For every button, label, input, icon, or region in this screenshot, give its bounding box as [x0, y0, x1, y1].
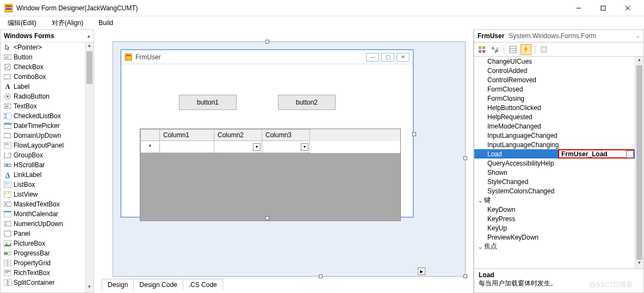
toolbox-item-label[interactable]: ALabel — [1, 82, 85, 91]
scroll-up-icon[interactable]: ▴ — [85, 42, 94, 51]
scroll-thumb[interactable] — [636, 65, 642, 260]
toolbox-item-linklabel[interactable]: ALinkLabel — [1, 170, 85, 180]
event-group-key[interactable]: ⌄键 — [474, 196, 643, 205]
close-button[interactable] — [615, 1, 640, 16]
grid-col1[interactable]: Column1 — [160, 129, 214, 141]
event-row[interactable]: SystemColorsChanged — [474, 186, 643, 196]
event-row[interactable]: FormClosing — [474, 94, 643, 103]
chevron-down-icon[interactable]: ▾ — [626, 150, 634, 158]
event-row[interactable]: FormClosed — [474, 84, 643, 94]
tab-cs-code[interactable]: .CS Code — [183, 279, 223, 291]
toolbox-item-propertygrid[interactable]: PropertyGrid — [1, 258, 85, 268]
minimize-button[interactable] — [566, 1, 591, 16]
event-row[interactable]: ControlAdded — [474, 66, 643, 75]
categorized-icon[interactable] — [476, 44, 487, 55]
canvas-resize-handle[interactable] — [463, 156, 467, 160]
toolbox-item-listbox[interactable]: ListBox — [1, 180, 85, 190]
chevron-up-icon[interactable]: ▴ — [88, 33, 90, 39]
scroll-thumb[interactable] — [86, 51, 92, 84]
toolbox-scrollbar[interactable]: ▴ ▾ — [85, 42, 94, 292]
tab-design-code[interactable]: Design Code — [133, 279, 183, 291]
resize-handle[interactable] — [412, 132, 416, 136]
chevron-down-icon[interactable]: ▾ — [253, 143, 261, 151]
property-pages-icon[interactable] — [538, 44, 549, 55]
toolbox-item-listview[interactable]: ListView — [1, 190, 85, 199]
alphabetical-icon[interactable]: AZ — [490, 44, 500, 55]
grid-corner[interactable] — [140, 129, 160, 141]
toolbox-item-combobox[interactable]: ComboBox — [1, 72, 85, 82]
toolbox-item-picturebox[interactable]: PictureBox — [1, 239, 85, 248]
event-row[interactable]: Shown — [474, 168, 643, 177]
toolbox-item-panel[interactable]: Panel — [1, 229, 85, 239]
toolbox-item-monthcalendar[interactable]: MonthCalendar — [1, 209, 85, 219]
form-minimize-icon[interactable]: — — [366, 53, 379, 62]
property-object-selector[interactable]: FrmUser System.Windows.Forms.Form ⌄ — [474, 29, 644, 42]
grid-cell-combo[interactable]: ▾ — [214, 141, 262, 153]
toolbox-item-progressbar[interactable]: ProgressBar — [1, 248, 85, 258]
menu-build[interactable]: Build — [98, 19, 113, 27]
toolbox-item-textbox[interactable]: abTextBox — [1, 101, 85, 111]
toolbox-item-pointer[interactable]: <Pointer> — [1, 42, 85, 52]
maximize-button[interactable] — [591, 1, 615, 16]
event-row[interactable]: QueryAccessibilityHelp — [474, 158, 643, 168]
toolbox-item-radiobutton[interactable]: RadioButton — [1, 91, 85, 101]
event-row[interactable]: KeyDown — [474, 205, 643, 214]
toolbox-item-groupbox[interactable]: GroupBox — [1, 150, 85, 160]
datagridview-control[interactable]: Column1 Column2 Column3 * ▾ ▾ — [140, 129, 401, 221]
toolbox-item-checkedlistbox[interactable]: CheckedListBox — [1, 111, 85, 121]
scroll-up-icon[interactable]: ▴ — [635, 57, 643, 65]
event-row[interactable]: StyleChanged — [474, 177, 643, 186]
button1-control[interactable]: button1 — [179, 95, 237, 110]
chevron-down-icon[interactable]: ⌄ — [476, 243, 484, 251]
events-scrollbar[interactable]: ▴ ▾ — [635, 57, 643, 268]
design-canvas[interactable]: FrmUser — ▢ ✕ button1 button2 Column1 Co… — [113, 41, 466, 277]
event-row[interactable]: KeyUp — [474, 223, 643, 233]
properties-icon[interactable] — [507, 44, 518, 55]
event-group-focus[interactable]: ⌄焦点 — [474, 242, 643, 251]
toolbox-item-datetimepicker[interactable]: DateTimePicker — [1, 121, 85, 131]
grid-cell-combo[interactable]: ▾ — [262, 141, 310, 153]
toolbox-item-maskedtextbox[interactable]: #_MaskedTextBox — [1, 199, 85, 209]
event-row[interactable]: ControlRemoved — [474, 75, 643, 84]
toolbox-item-numericupdown[interactable]: 1NumericUpDown — [1, 219, 85, 229]
canvas-resize-handle[interactable] — [463, 274, 467, 278]
event-row-selected[interactable]: Load FrmUser_Load ▾ — [474, 149, 643, 158]
menu-edit[interactable]: 编辑(Edit) — [8, 19, 36, 28]
chevron-down-icon[interactable]: ⌄ — [476, 197, 484, 204]
event-row[interactable]: ChangeUICues — [474, 57, 643, 66]
event-row[interactable]: ImeModeChanged — [474, 121, 643, 131]
event-row[interactable]: PreviewKeyDown — [474, 233, 643, 242]
toolbox-item-hscrollbar[interactable]: HScrollBar — [1, 160, 85, 170]
button2-control[interactable]: button2 — [278, 95, 336, 110]
toolbox-item-domainupdown[interactable]: DomainUpDown — [1, 131, 85, 141]
tab-design[interactable]: Design — [102, 279, 134, 291]
event-row[interactable]: KeyPress — [474, 214, 643, 223]
scroll-down-icon[interactable]: ▾ — [85, 284, 94, 292]
grid-col3[interactable]: Column3 — [262, 129, 310, 141]
designed-form[interactable]: FrmUser — ▢ ✕ button1 button2 Column1 Co… — [121, 50, 413, 217]
chevron-down-icon[interactable]: ⌄ — [636, 33, 640, 39]
event-row[interactable]: HelpRequested — [474, 112, 643, 121]
event-row[interactable]: HelpButtonClicked — [474, 103, 643, 112]
events-icon[interactable] — [521, 44, 531, 55]
grid-col2[interactable]: Column2 — [214, 129, 262, 141]
scroll-down-icon[interactable]: ▾ — [635, 260, 643, 268]
toolbox-item-richtextbox[interactable]: RichTextBox — [1, 268, 85, 278]
toolbox-item-button[interactable]: abButton — [1, 52, 85, 62]
resize-handle[interactable] — [265, 216, 269, 220]
component-tray-glyph[interactable]: ▸ — [418, 267, 425, 275]
event-row[interactable]: InputLanguageChanged — [474, 131, 643, 140]
toolbox-item-flowlayoutpanel[interactable]: FlowLayoutPanel — [1, 141, 85, 150]
form-close-icon[interactable]: ✕ — [397, 53, 410, 62]
toolbox-item-checkbox[interactable]: CheckBox — [1, 62, 85, 72]
canvas-resize-handle[interactable] — [319, 274, 323, 278]
selected-event-value[interactable]: FrmUser_Load — [558, 149, 634, 158]
toolbox-item-splitcontainer[interactable]: SplitContainer — [1, 278, 85, 288]
menu-align[interactable]: 对齐(Align) — [52, 19, 84, 28]
chevron-down-icon[interactable]: ▾ — [301, 143, 308, 151]
grid-cell[interactable] — [160, 141, 214, 153]
form-body[interactable]: button1 button2 Column1 Column2 Column3 … — [121, 64, 413, 217]
resize-handle[interactable] — [265, 40, 269, 44]
form-maximize-icon[interactable]: ▢ — [381, 53, 394, 62]
event-row[interactable]: InputLanguageChanging — [474, 140, 643, 149]
